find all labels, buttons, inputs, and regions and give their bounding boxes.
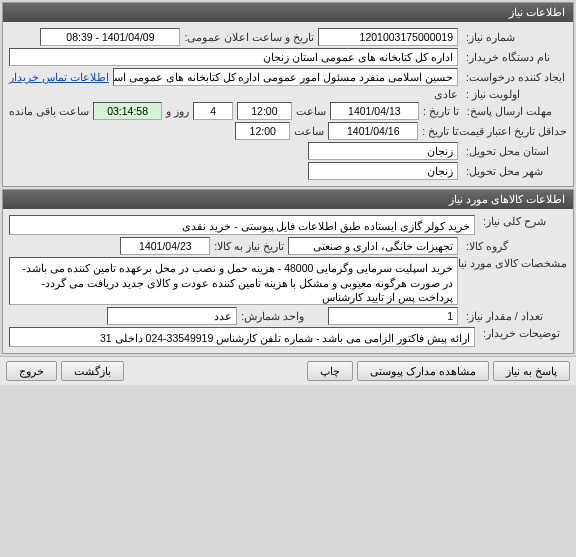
- min-credit-label: حداقل تاریخ اعتبار قیمت:: [462, 125, 567, 137]
- attachments-button[interactable]: مشاهده مدارک پیوستی: [357, 361, 489, 381]
- general-desc-label: شرح کلی نیاز:: [479, 215, 567, 227]
- deadline-reply-label: مهلت ارسال پاسخ:: [463, 105, 567, 117]
- delivery-province-field: زنجان: [308, 142, 458, 160]
- countdown-field: 03:14:58: [93, 102, 163, 120]
- remaining-label: ساعت باقی مانده: [9, 105, 89, 117]
- days-field: 4: [193, 102, 233, 120]
- reply-button[interactable]: پاسخ به نیاز: [493, 361, 570, 381]
- group-label: گروه کالا:: [462, 240, 567, 252]
- need-number-label: شماره نیاز:: [462, 31, 567, 43]
- spec-field: خرید اسپلیت سرمایی وگرمایی 48000 - هزینه…: [9, 257, 458, 305]
- hour-label-2: ساعت: [294, 125, 324, 137]
- goods-info-panel: اطلاعات کالاهای مورد نیاز شرح کلی نیاز: …: [2, 189, 574, 354]
- qty-field: 1: [328, 307, 458, 325]
- priority-value: عادی: [434, 88, 458, 100]
- priority-label: اولویت نیاز :: [462, 88, 567, 100]
- unit-field: عدد: [107, 307, 237, 325]
- need-by-date-field: 1401/04/23: [120, 237, 210, 255]
- goods-info-header: اطلاعات کالاهای مورد نیاز: [3, 190, 573, 209]
- days-and-label: روز و: [166, 105, 189, 117]
- exit-button[interactable]: خروج: [6, 361, 57, 381]
- button-spacer: [128, 361, 303, 381]
- buyer-note-label: توضیحات خریدار:: [479, 327, 567, 339]
- need-info-panel: اطلاعات نیاز شماره نیاز: 120100317500001…: [2, 2, 574, 187]
- need-info-body: شماره نیاز: 1201003175000019 تاریخ و ساع…: [3, 22, 573, 186]
- buyer-org-label: نام دستگاه خریدار:: [462, 51, 567, 63]
- to-date-label-2: تا تاریخ :: [422, 125, 458, 137]
- button-bar: پاسخ به نیاز مشاهده مدارک پیوستی چاپ باز…: [0, 356, 576, 385]
- need-by-label: تاریخ نیاز به کالا:: [214, 240, 284, 252]
- credit-date-field: 1401/04/16: [328, 122, 418, 140]
- goods-info-body: شرح کلی نیاز: خرید کولر گازی ایستاده طبق…: [3, 209, 573, 353]
- to-date-label-1: تا تاریخ :: [423, 105, 459, 117]
- buyer-org-field: اداره کل کتابخانه های عمومی استان زنجان: [9, 48, 458, 66]
- spec-label: مشخصات کالای مورد نیاز:: [462, 257, 567, 269]
- buyer-contact-link[interactable]: اطلاعات تماس خریدار: [9, 71, 109, 83]
- group-field: تجهیزات خانگی، اداری و صنعتی: [288, 237, 458, 255]
- hour-label-1: ساعت: [296, 105, 326, 117]
- need-info-header: اطلاعات نیاز: [3, 3, 573, 22]
- back-button[interactable]: بازگشت: [61, 361, 124, 381]
- announce-label: تاریخ و ساعت اعلان عمومی:: [184, 31, 314, 43]
- requester-field: حسین اسلامی منفرد مسئول امور عمومی اداره…: [113, 68, 458, 86]
- credit-time-field: 12:00: [235, 122, 290, 140]
- requester-label: ایجاد کننده درخواست:: [462, 71, 567, 83]
- unit-label: واحد شمارش:: [241, 310, 304, 322]
- buyer-note-field: ارائه پیش فاکتور الزامی می باشد - شماره …: [9, 327, 475, 347]
- print-button[interactable]: چاپ: [307, 361, 353, 381]
- delivery-city-field: زنجان: [308, 162, 458, 180]
- delivery-province-label: استان محل تحویل:: [462, 145, 567, 157]
- general-desc-field: خرید کولر گازی ایستاده طبق اطلاعات فایل …: [9, 215, 475, 235]
- deadline-date-field: 1401/04/13: [330, 102, 419, 120]
- announce-datetime-field: 1401/04/09 - 08:39: [40, 28, 180, 46]
- need-number-field: 1201003175000019: [318, 28, 458, 46]
- qty-label: تعداد / مقدار نیاز:: [462, 310, 567, 322]
- delivery-city-label: شهر محل تحویل:: [462, 165, 567, 177]
- deadline-time-field: 12:00: [237, 102, 292, 120]
